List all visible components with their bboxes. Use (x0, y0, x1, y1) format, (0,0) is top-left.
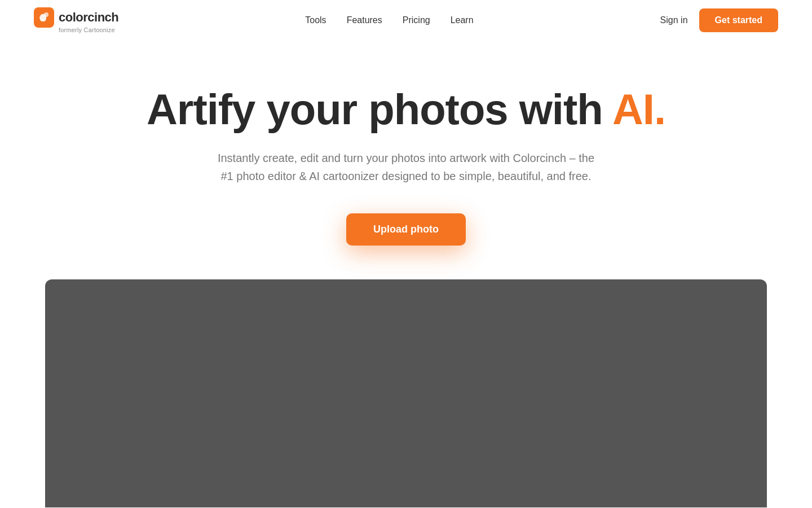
nav-tools[interactable]: Tools (305, 15, 326, 25)
svg-point-1 (44, 12, 48, 17)
svg-point-2 (40, 18, 43, 21)
sign-in-link[interactable]: Sign in (660, 15, 688, 25)
brand-subtitle: formerly Cartoonize (59, 27, 115, 33)
hero-subtitle: Instantly create, edit and turn your pho… (218, 149, 594, 185)
preview-section (45, 279, 767, 507)
hero-title-accent: AI. (612, 85, 665, 133)
hero-title-text: Artify your photos with (147, 85, 612, 133)
nav-learn[interactable]: Learn (451, 15, 474, 25)
get-started-button[interactable]: Get started (699, 8, 778, 32)
upload-photo-button[interactable]: Upload photo (346, 213, 466, 246)
brand-name: colorcinch (59, 10, 118, 25)
nav-features[interactable]: Features (347, 15, 382, 25)
navbar: colorcinch formerly Cartoonize Tools Fea… (0, 0, 812, 41)
hero-section: Artify your photos with AI. Instantly cr… (0, 41, 812, 279)
nav-pricing[interactable]: Pricing (403, 15, 430, 25)
hero-subtitle-line1: Instantly create, edit and turn your pho… (218, 152, 594, 164)
logo-icon (34, 7, 54, 28)
nav-actions: Sign in Get started (660, 8, 778, 32)
logo-area: colorcinch formerly Cartoonize (34, 7, 118, 33)
hero-subtitle-line2: #1 photo editor & AI cartoonizer designe… (220, 170, 591, 182)
logo-wrapper[interactable]: colorcinch (34, 7, 118, 28)
nav-links: Tools Features Pricing Learn (305, 15, 473, 25)
hero-title: Artify your photos with AI. (147, 86, 665, 133)
